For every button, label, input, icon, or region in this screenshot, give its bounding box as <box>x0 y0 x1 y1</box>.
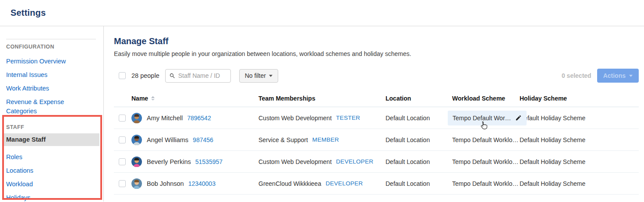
team-name: Custom Web Development <box>258 158 332 165</box>
table-row: Amy Mitchell 7896542 Custom Web Developm… <box>114 107 639 129</box>
role-link[interactable]: DEVELOPER <box>326 180 363 187</box>
staff-name: Angel Williams <box>147 136 188 143</box>
holiday-scheme-cell: Default Holiday Scheme <box>520 115 639 122</box>
chevron-down-icon <box>629 75 633 77</box>
row-checkbox[interactable] <box>119 158 126 165</box>
role-link[interactable]: TESTER <box>336 115 360 121</box>
selected-count: 0 selected <box>562 72 591 79</box>
select-all-checkbox[interactable] <box>119 72 126 79</box>
sidebar-item-holidays[interactable]: Holidays <box>6 193 96 202</box>
workload-scheme-cell[interactable]: Tempo Default Worklo… <box>452 158 520 165</box>
row-checkbox[interactable] <box>119 115 126 122</box>
avatar <box>131 135 142 145</box>
people-count: 28 people <box>131 72 159 79</box>
role-link[interactable]: MEMBER <box>312 136 339 143</box>
row-checkbox[interactable] <box>119 136 126 143</box>
column-header-workload-scheme: Workload Scheme <box>452 95 520 102</box>
column-header-team-memberships: Team Memberships <box>258 95 386 102</box>
filter-label: No filter <box>245 72 266 79</box>
location-cell: Default Location <box>386 180 452 187</box>
location-cell: Default Location <box>386 136 452 143</box>
workload-scheme-cell[interactable]: Tempo Default Worklo… <box>452 180 520 187</box>
avatar <box>131 157 142 167</box>
sidebar-item-permission-overview[interactable]: Permission Overview <box>6 57 96 66</box>
section-description: Easily move multiple people in your orga… <box>114 50 639 57</box>
holiday-scheme-cell: Default Holiday Scheme <box>520 180 639 187</box>
edit-pencil-icon[interactable] <box>515 115 522 121</box>
sidebar-section-configuration: CONFIGURATION <box>6 44 96 50</box>
staff-id-link[interactable]: 987456 <box>193 136 213 143</box>
team-name: GreenCloud Wikkkieea <box>258 180 321 187</box>
staff-id-link[interactable]: 7896542 <box>187 115 211 122</box>
workload-scheme-value: Tempo Default Wor… <box>453 115 511 122</box>
top-bar: Settings <box>0 0 644 26</box>
sidebar-item-locations[interactable]: Locations <box>6 166 96 175</box>
staff-name: Beverly Perkins <box>147 158 191 165</box>
section-title: Manage Staff <box>114 36 639 46</box>
sidebar-item-internal-issues[interactable]: Internal Issues <box>6 70 96 80</box>
sidebar-item-workload[interactable]: Workload <box>6 180 96 189</box>
sidebar-item-work-attributes[interactable]: Work Attributes <box>6 84 96 93</box>
filter-dropdown-button[interactable]: No filter <box>239 69 278 83</box>
staff-name: Amy Mitchell <box>147 115 183 122</box>
sidebar-section-staff: STAFF <box>6 124 96 131</box>
team-name: Service & Support <box>258 136 308 143</box>
table-row: Beverly Perkins 51535957 Custom Web Deve… <box>114 151 639 173</box>
sidebar-item-roles[interactable]: Roles <box>6 153 96 162</box>
staff-id-link[interactable]: 51535957 <box>195 158 223 165</box>
location-cell: Default Location <box>386 158 452 165</box>
column-header-holiday-scheme: Holiday Scheme <box>520 95 639 102</box>
toolbar: 28 people No filter 0 selected Actions <box>114 69 639 83</box>
staff-search[interactable] <box>165 69 231 83</box>
table-row: Bob Johnson 12340003 GreenCloud Wikkkiee… <box>114 173 639 195</box>
avatar <box>131 178 142 189</box>
sort-icon <box>151 96 155 101</box>
row-checkbox[interactable] <box>119 180 126 187</box>
table-row: Angel Williams 987456 Service & Support … <box>114 129 639 151</box>
column-header-location: Location <box>386 95 452 102</box>
search-input[interactable] <box>178 72 226 79</box>
search-icon <box>169 73 176 79</box>
sidebar: CONFIGURATION Permission Overview Intern… <box>0 26 104 202</box>
hand-cursor-icon <box>479 121 488 129</box>
staff-id-link[interactable]: 12340003 <box>188 180 216 187</box>
actions-label: Actions <box>603 72 626 79</box>
staff-name: Bob Johnson <box>147 180 184 187</box>
staff-table: Name Team Memberships Location Workload … <box>114 90 639 195</box>
table-header-row: Name Team Memberships Location Workload … <box>114 90 639 107</box>
sidebar-item-manage-staff[interactable]: Manage Staff <box>3 133 99 146</box>
avatar <box>131 113 142 123</box>
holiday-scheme-cell: Default Holiday Scheme <box>520 158 639 165</box>
team-name: Custom Web Development <box>258 115 332 122</box>
sidebar-item-revenue-expense-categories[interactable]: Revenue & Expense Categories <box>6 98 96 116</box>
role-link[interactable]: DEVELOPER <box>336 158 373 165</box>
chevron-down-icon <box>269 75 272 77</box>
holiday-scheme-cell: Default Holiday Scheme <box>520 136 639 143</box>
location-cell: Default Location <box>386 115 452 122</box>
workload-scheme-cell[interactable]: Tempo Default Worklo… <box>452 136 520 143</box>
page-title: Settings <box>11 8 46 17</box>
main-content: Manage Staff Easily move multiple people… <box>104 26 644 202</box>
workload-scheme-edit-cell[interactable]: Tempo Default Wor… <box>448 111 527 125</box>
column-header-name[interactable]: Name <box>131 95 258 102</box>
actions-button[interactable]: Actions <box>597 69 639 83</box>
